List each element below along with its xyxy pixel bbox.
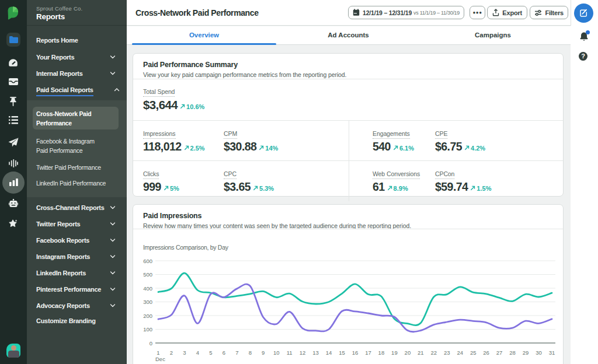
svg-text:26: 26 <box>483 349 489 356</box>
svg-text:12: 12 <box>300 349 306 356</box>
svg-text:600: 600 <box>143 258 152 264</box>
svg-text:Dec: Dec <box>155 356 165 362</box>
svg-text:15: 15 <box>339 349 345 356</box>
svg-text:25: 25 <box>470 349 477 356</box>
svg-text:29: 29 <box>523 349 529 356</box>
svg-text:500: 500 <box>143 271 152 278</box>
svg-text:8: 8 <box>249 349 252 356</box>
svg-text:0: 0 <box>150 340 152 346</box>
svg-text:19: 19 <box>391 349 398 356</box>
svg-text:14: 14 <box>326 349 332 356</box>
svg-text:28: 28 <box>509 349 516 356</box>
svg-text:2: 2 <box>170 349 173 356</box>
svg-text:16: 16 <box>352 349 359 356</box>
svg-text:9: 9 <box>262 349 265 356</box>
svg-text:10: 10 <box>273 349 280 356</box>
svg-text:11: 11 <box>287 349 293 356</box>
svg-text:30: 30 <box>536 349 542 356</box>
svg-text:7: 7 <box>235 349 238 356</box>
svg-text:20: 20 <box>405 349 411 356</box>
svg-text:27: 27 <box>496 349 503 356</box>
svg-text:21: 21 <box>418 349 424 356</box>
svg-text:17: 17 <box>365 349 371 356</box>
svg-text:22: 22 <box>431 349 437 356</box>
svg-text:3: 3 <box>183 349 186 356</box>
svg-text:24: 24 <box>457 349 463 356</box>
svg-text:100: 100 <box>143 326 152 332</box>
svg-text:13: 13 <box>312 349 319 356</box>
svg-text:4: 4 <box>196 349 199 356</box>
svg-text:18: 18 <box>378 349 385 356</box>
svg-text:5: 5 <box>209 349 212 356</box>
svg-text:31: 31 <box>549 349 555 356</box>
svg-text:23: 23 <box>444 349 450 356</box>
svg-text:400: 400 <box>143 285 152 292</box>
svg-text:300: 300 <box>143 299 152 305</box>
svg-text:1: 1 <box>157 349 159 356</box>
svg-text:6: 6 <box>222 349 225 356</box>
svg-text:200: 200 <box>143 313 152 319</box>
